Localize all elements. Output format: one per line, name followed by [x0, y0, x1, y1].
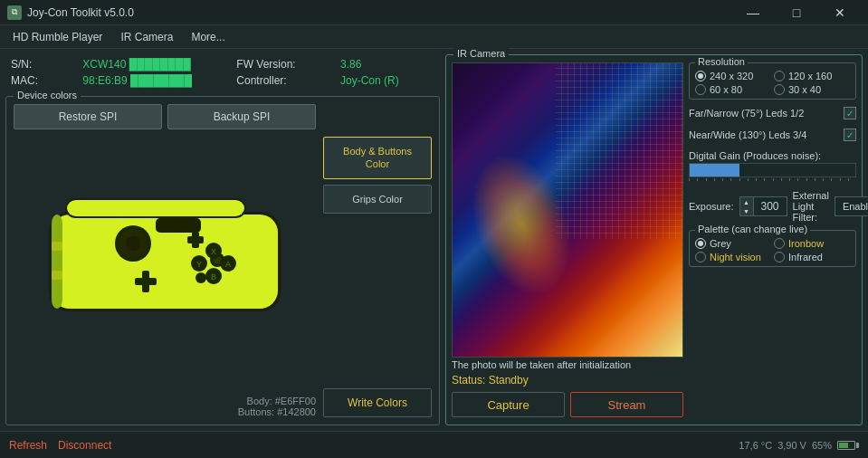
- palette-options: Grey Ironbow Night vision Infrared: [695, 238, 850, 262]
- menu-hd-rumble[interactable]: HD Rumble Player: [4, 27, 111, 47]
- svg-text:A: A: [225, 260, 231, 269]
- palette-infrared[interactable]: Infrared: [774, 252, 850, 262]
- ir-action-buttons: Capture Stream: [452, 388, 683, 421]
- main-content: S/N: XCW140 ████████ FW Version: 3.86 MA…: [0, 49, 868, 431]
- palette-grey-indicator: [695, 238, 706, 249]
- near-wide-label: Near/Wide (130°) Leds 3/4: [689, 129, 806, 140]
- color-controls: Body & Buttons Color Grips Color Write C…: [323, 104, 432, 417]
- resolution-legend: Resolution: [695, 56, 748, 67]
- ir-camera-legend: IR Camera: [453, 48, 509, 59]
- body-hex: Body: #E6FF00: [14, 396, 316, 406]
- body-buttons-color-button[interactable]: Body & Buttons Color: [323, 137, 432, 179]
- disconnect-link[interactable]: Disconnect: [58, 439, 111, 452]
- gain-tick-marks: [689, 178, 856, 181]
- exposure-arrows: ▲ ▼: [740, 197, 754, 215]
- ir-settings: Resolution 240 x 320 120 x 160 60 x 8: [689, 62, 856, 421]
- color-info: Body: #E6FF00 Buttons: #142800: [14, 394, 316, 417]
- resolution-30x40[interactable]: 30 x 40: [774, 84, 850, 95]
- exposure-down-button[interactable]: ▼: [740, 206, 753, 215]
- far-narrow-checkbox[interactable]: [844, 107, 856, 119]
- voltage-value: 3,90 V: [777, 440, 806, 451]
- statusbar-left: Refresh Disconnect: [9, 439, 111, 452]
- spi-buttons: Restore SPI Backup SPI: [14, 104, 316, 129]
- svg-text:Y: Y: [196, 260, 202, 269]
- svg-rect-4: [52, 271, 62, 280]
- titlebar: ⧉ Joy-Con Toolkit v5.0.0 — □ ✕: [0, 0, 868, 25]
- radio-30x40-indicator: [774, 84, 785, 95]
- ir-camera-panel: IR Camera The photo will be taken after …: [445, 54, 863, 425]
- joycon-image: A B X Y: [14, 135, 316, 388]
- buttons-hex: Buttons: #142800: [14, 406, 316, 417]
- resolution-240x320-label: 240 x 320: [710, 71, 753, 81]
- svg-rect-6: [67, 200, 244, 216]
- maximize-button[interactable]: □: [776, 0, 817, 25]
- svg-point-15: [126, 236, 140, 251]
- resolution-60x80[interactable]: 60 x 80: [695, 84, 771, 95]
- resolution-options: 240 x 320 120 x 160 60 x 80 30 x 40: [695, 71, 850, 95]
- palette-box: Palette (can change live) Grey Ironbow: [689, 230, 856, 267]
- palette-night-vision[interactable]: Night vision: [695, 252, 771, 262]
- gain-slider[interactable]: [689, 163, 856, 177]
- svg-rect-3: [52, 242, 62, 251]
- far-narrow-row: Far/Narrow (75°) Leds 1/2: [689, 105, 856, 121]
- controller-label: Controller:: [236, 74, 331, 87]
- battery-fill: [839, 443, 848, 448]
- light-filter-select[interactable]: Enable Disable: [835, 196, 868, 216]
- mac-value: 98:E6:B9 ████████: [82, 74, 227, 87]
- resolution-120x160[interactable]: 120 x 160: [774, 71, 850, 81]
- capture-button[interactable]: Capture: [452, 392, 565, 417]
- app-icon: ⧉: [7, 5, 22, 20]
- ir-image-area: The photo will be taken after initializa…: [452, 62, 683, 421]
- fw-label: FW Version:: [236, 58, 331, 71]
- device-colors-legend: Device colors: [14, 90, 81, 100]
- write-colors-button[interactable]: Write Colors: [323, 388, 432, 417]
- resolution-box: Resolution 240 x 320 120 x 160 60 x 8: [689, 62, 856, 100]
- ir-status: Status: Standby: [452, 372, 683, 388]
- svg-rect-2: [52, 215, 62, 309]
- svg-rect-7: [156, 218, 201, 233]
- minimize-button[interactable]: —: [732, 0, 774, 25]
- menu-ir-camera[interactable]: IR Camera: [111, 27, 182, 47]
- refresh-link[interactable]: Refresh: [9, 439, 47, 452]
- palette-legend: Palette (can change live): [695, 224, 810, 234]
- battery-body: [837, 441, 855, 450]
- ir-camera-image: [452, 62, 683, 358]
- titlebar-controls: — □ ✕: [732, 0, 861, 25]
- grips-color-button[interactable]: Grips Color: [323, 185, 432, 214]
- statusbar: Refresh Disconnect 17,6 °C 3,90 V 65%: [0, 431, 868, 458]
- near-wide-checkbox[interactable]: [844, 129, 856, 141]
- svg-point-12: [196, 272, 206, 283]
- ir-photo-text: The photo will be taken after initializa…: [452, 358, 683, 372]
- battery-icon: [837, 441, 859, 450]
- palette-grey[interactable]: Grey: [695, 238, 771, 249]
- palette-ironbow-indicator: [774, 238, 785, 249]
- stream-button[interactable]: Stream: [570, 392, 683, 417]
- resolution-60x80-label: 60 x 80: [710, 84, 742, 95]
- menu-more[interactable]: More...: [182, 27, 234, 47]
- joycon-graphic: A B X Y: [47, 198, 282, 325]
- device-colors-panel: Device colors Restore SPI Backup SPI: [5, 96, 440, 425]
- exposure-label: Exposure:: [689, 201, 734, 212]
- far-narrow-label: Far/Narrow (75°) Leds 1/2: [689, 108, 804, 119]
- exposure-value: 300: [754, 199, 787, 214]
- exposure-up-button[interactable]: ▲: [740, 197, 753, 206]
- battery-tip: [856, 443, 859, 448]
- light-filter-label: External Light Filter:: [793, 190, 829, 223]
- palette-ironbow[interactable]: Ironbow: [774, 238, 850, 249]
- exposure-row: Exposure: ▲ ▼ 300 External Light Filter:…: [689, 188, 856, 224]
- palette-night-label: Night vision: [710, 252, 761, 262]
- titlebar-left: ⧉ Joy-Con Toolkit v5.0.0: [7, 5, 134, 20]
- menubar: HD Rumble Player IR Camera More...: [0, 25, 868, 49]
- exposure-spinner: ▲ ▼ 300: [739, 196, 787, 216]
- device-info: S/N: XCW140 ████████ FW Version: 3.86 MA…: [5, 54, 440, 91]
- restore-spi-button[interactable]: Restore SPI: [14, 104, 162, 129]
- gain-box: Digital Gain (Produces noise):: [689, 148, 856, 183]
- palette-infrared-indicator: [774, 252, 785, 262]
- close-button[interactable]: ✕: [819, 0, 861, 25]
- resolution-240x320[interactable]: 240 x 320: [695, 71, 771, 81]
- ir-content: The photo will be taken after initializa…: [446, 55, 862, 425]
- controller-value: Joy-Con (R): [340, 74, 434, 87]
- colors-content: Restore SPI Backup SPI: [14, 104, 432, 417]
- svg-rect-25: [135, 278, 157, 285]
- backup-spi-button[interactable]: Backup SPI: [167, 104, 316, 129]
